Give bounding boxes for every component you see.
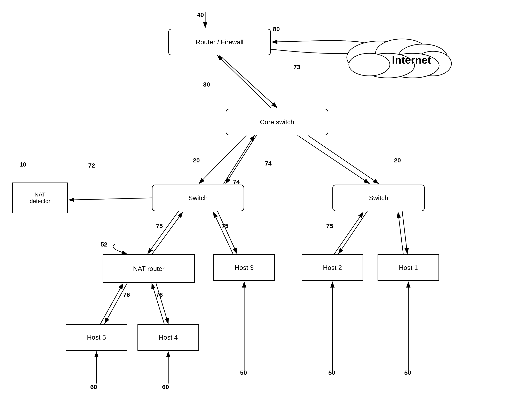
host3-label: Host 3: [235, 264, 254, 271]
ref-30: 30: [203, 81, 210, 88]
host1-node: Host 1: [378, 254, 439, 281]
svg-point-8: [349, 53, 390, 76]
host3-node: Host 3: [213, 254, 275, 281]
core-switch-node: Core switch: [226, 109, 328, 135]
ref-75-ll: 75: [156, 223, 163, 230]
nat-router-node: NAT router: [103, 254, 195, 283]
ref-60-host4: 60: [162, 383, 169, 390]
internet-cloud: Internet: [339, 21, 462, 78]
ref-75-right: 75: [326, 223, 333, 230]
router-firewall-label: Router / Firewall: [196, 38, 244, 46]
svg-text:Internet: Internet: [392, 54, 431, 66]
network-diagram: Router / Firewall Internet Core switch S…: [0, 0, 521, 420]
ref-50-host2: 50: [328, 369, 335, 376]
ref-76-right: 76: [156, 291, 163, 298]
nat-detector-label: NAT detector: [30, 191, 50, 204]
ref-76-left: 76: [123, 291, 130, 298]
host1-label: Host 1: [399, 264, 418, 271]
switch-left-label: Switch: [188, 194, 208, 202]
ref-72: 72: [88, 162, 95, 169]
ref-50-host1: 50: [404, 369, 411, 376]
ref-80: 80: [273, 26, 280, 33]
host4-label: Host 4: [159, 334, 178, 341]
ref-20-right: 20: [394, 157, 401, 164]
ref-50-host3: 50: [240, 369, 247, 376]
ref-60-host5: 60: [90, 383, 97, 390]
host2-label: Host 2: [323, 264, 342, 271]
host5-node: Host 5: [66, 324, 127, 351]
host2-node: Host 2: [302, 254, 363, 281]
ref-10: 10: [20, 161, 26, 168]
switch-left-node: Switch: [152, 185, 244, 211]
ref-52: 52: [100, 241, 107, 248]
ref-74-left: 74: [265, 160, 271, 167]
ref-74-right: 74: [233, 178, 240, 185]
ref-40: 40: [197, 11, 204, 18]
switch-right-label: Switch: [369, 194, 388, 202]
nat-router-label: NAT router: [133, 265, 165, 273]
ref-73: 73: [293, 64, 300, 71]
host5-label: Host 5: [87, 334, 106, 341]
ref-20-left: 20: [193, 157, 200, 164]
switch-right-node: Switch: [332, 185, 425, 211]
ref-75-lr: 75: [222, 223, 228, 230]
nat-detector-node: NAT detector: [12, 182, 68, 213]
core-switch-label: Core switch: [260, 118, 294, 126]
host4-node: Host 4: [138, 324, 199, 351]
router-firewall-node: Router / Firewall: [168, 29, 271, 55]
